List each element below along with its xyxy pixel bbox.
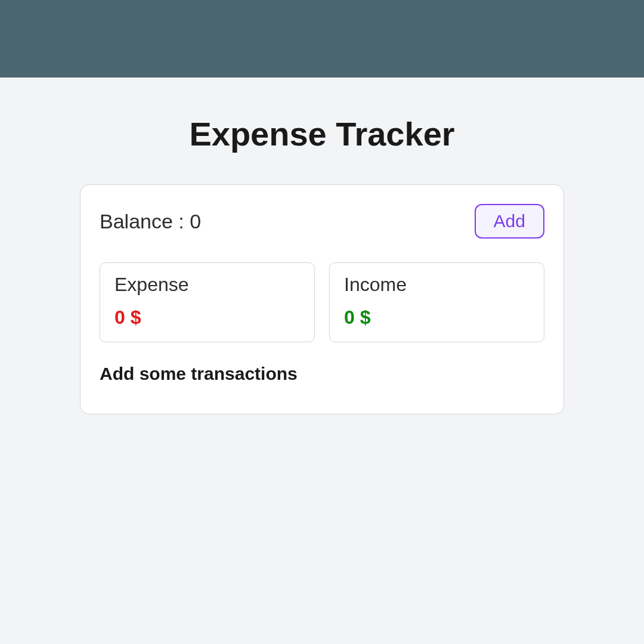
page-title: Expense Tracker	[0, 114, 644, 153]
expense-box: Expense 0 $	[100, 262, 315, 342]
tracker-card: Balance : 0 Add Expense 0 $ Income 0 $ A…	[80, 184, 564, 414]
expense-value: 0 $	[114, 306, 300, 329]
summary-row: Expense 0 $ Income 0 $	[100, 262, 544, 342]
top-bar	[0, 0, 644, 78]
balance-row: Balance : 0 Add	[100, 204, 544, 239]
income-value: 0 $	[344, 306, 530, 329]
add-button[interactable]: Add	[475, 204, 544, 239]
income-box: Income 0 $	[329, 262, 544, 342]
expense-label: Expense	[114, 274, 300, 296]
balance-label: Balance : 0	[100, 210, 201, 233]
income-label: Income	[344, 274, 530, 296]
empty-transactions-message: Add some transactions	[100, 364, 544, 384]
